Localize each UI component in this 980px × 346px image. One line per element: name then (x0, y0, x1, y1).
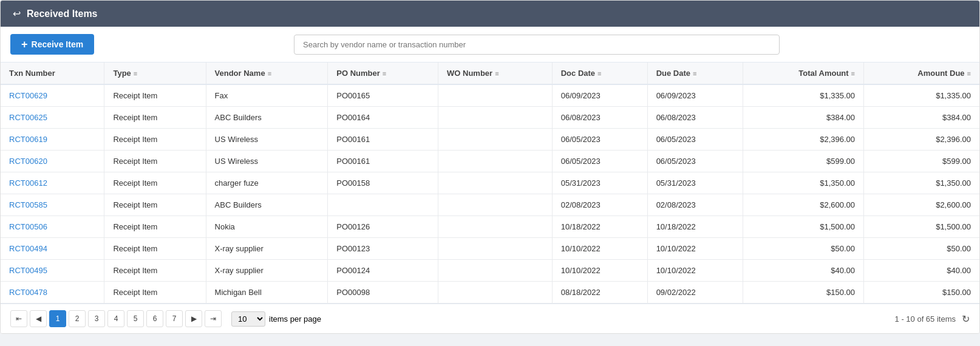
received-items-table: Txn Number Type ≡ Vendor Name ≡ (1, 63, 979, 304)
doc-date-filter-icon[interactable]: ≡ (597, 70, 601, 77)
vendor-name-cell: X-ray supplier (206, 260, 328, 282)
type-cell: Receipt Item (104, 194, 206, 216)
due-date-cell: 06/05/2023 (647, 129, 743, 151)
total-amount-cell: $40.00 (743, 260, 863, 282)
vendor-name-cell: Michigan Bell (206, 282, 328, 304)
refresh-icon[interactable]: ↻ (962, 313, 970, 325)
due-date-filter-icon[interactable]: ≡ (693, 70, 696, 77)
receive-item-button[interactable]: + Receive Item (10, 34, 94, 55)
txn-number-cell: RCT00495 (1, 260, 104, 282)
page-btn-4[interactable]: 4 (107, 310, 124, 327)
per-page-wrapper: 10 20 50 100 items per page (231, 311, 321, 327)
vendor-name-cell: US Wireless (206, 129, 328, 151)
txn-number-link[interactable]: RCT00506 (9, 222, 47, 231)
table-row: RCT00625Receipt ItemABC BuildersPO001640… (1, 107, 979, 129)
page-btn-1[interactable]: 1 (49, 310, 66, 327)
per-page-select[interactable]: 10 20 50 100 (231, 311, 265, 327)
vendor-name-cell: charger fuze (206, 172, 328, 194)
col-txn-number-label: Txn Number (9, 69, 55, 78)
total-amount-filter-icon[interactable]: ≡ (851, 70, 855, 77)
po-number-cell: PO00098 (328, 282, 438, 304)
page-btn-6[interactable]: 6 (146, 310, 163, 327)
txn-number-link[interactable]: RCT00585 (9, 200, 47, 209)
table-row: RCT00612Receipt Itemcharger fuzePO001580… (1, 172, 979, 194)
total-amount-cell: $150.00 (743, 282, 863, 304)
col-wo-number: WO Number ≡ (438, 63, 553, 84)
col-doc-date: Doc Date ≡ (552, 63, 647, 84)
back-icon[interactable]: ↩ (13, 8, 21, 19)
type-cell: Receipt Item (104, 282, 206, 304)
total-amount-cell: $599.00 (743, 151, 863, 172)
pagination-left: ⇤ ◀ 1 2 3 4 5 6 7 ▶ ⇥ 10 20 50 100 items… (10, 310, 321, 327)
txn-number-cell: RCT00620 (1, 151, 104, 172)
type-filter-icon[interactable]: ≡ (134, 70, 137, 77)
vendor-name-cell: Nokia (206, 216, 328, 238)
po-number-cell: PO00161 (328, 151, 438, 172)
amount-due-cell: $2,396.00 (864, 129, 979, 151)
page-btn-5[interactable]: 5 (127, 310, 144, 327)
page-wrapper: ↩ Received Items + Receive Item Txn Numb… (0, 0, 980, 334)
txn-number-cell: RCT00625 (1, 107, 104, 129)
po-number-cell: PO00165 (328, 84, 438, 107)
col-wo-number-label: WO Number (447, 69, 492, 78)
vendor-name-cell: US Wireless (206, 151, 328, 172)
first-page-button[interactable]: ⇤ (10, 310, 27, 327)
receive-item-label: Receive Item (32, 39, 84, 49)
wo-number-cell (438, 172, 553, 194)
wo-number-cell (438, 282, 553, 304)
total-amount-cell: $1,335.00 (743, 84, 863, 107)
wo-number-cell (438, 238, 553, 260)
doc-date-cell: 10/10/2022 (552, 238, 647, 260)
txn-number-link[interactable]: RCT00620 (9, 157, 47, 166)
amount-due-cell: $1,350.00 (864, 172, 979, 194)
page-title: Received Items (27, 8, 98, 19)
po-number-cell: PO00161 (328, 129, 438, 151)
txn-number-link[interactable]: RCT00495 (9, 266, 47, 275)
next-page-button[interactable]: ▶ (185, 310, 202, 327)
vendor-filter-icon[interactable]: ≡ (268, 70, 271, 77)
txn-number-link[interactable]: RCT00625 (9, 113, 47, 122)
po-number-cell (328, 194, 438, 216)
total-amount-cell: $2,600.00 (743, 194, 863, 216)
doc-date-cell: 06/08/2023 (552, 107, 647, 129)
wo-filter-icon[interactable]: ≡ (495, 70, 499, 77)
total-amount-cell: $1,350.00 (743, 172, 863, 194)
vendor-name-cell: ABC Builders (206, 107, 328, 129)
doc-date-cell: 05/31/2023 (552, 172, 647, 194)
col-amount-due-label: Amount Due (917, 69, 964, 78)
last-page-button[interactable]: ⇥ (205, 310, 222, 327)
table-body: RCT00629Receipt ItemFaxPO0016506/09/2023… (1, 84, 979, 304)
doc-date-cell: 06/09/2023 (552, 84, 647, 107)
amount-due-cell: $599.00 (864, 151, 979, 172)
po-number-cell: PO00123 (328, 238, 438, 260)
due-date-cell: 10/10/2022 (647, 238, 743, 260)
doc-date-cell: 02/08/2023 (552, 194, 647, 216)
type-cell: Receipt Item (104, 151, 206, 172)
po-filter-icon[interactable]: ≡ (383, 70, 386, 77)
txn-number-link[interactable]: RCT00629 (9, 91, 47, 100)
wo-number-cell (438, 260, 553, 282)
due-date-cell: 09/02/2022 (647, 282, 743, 304)
txn-number-link[interactable]: RCT00494 (9, 244, 47, 253)
txn-number-cell: RCT00612 (1, 172, 104, 194)
type-cell: Receipt Item (104, 129, 206, 151)
page-btn-7[interactable]: 7 (166, 310, 183, 327)
txn-number-link[interactable]: RCT00478 (9, 288, 47, 297)
vendor-name-cell: Fax (206, 84, 328, 107)
type-cell: Receipt Item (104, 84, 206, 107)
due-date-cell: 10/18/2022 (647, 216, 743, 238)
pagination-bar: ⇤ ◀ 1 2 3 4 5 6 7 ▶ ⇥ 10 20 50 100 items… (1, 304, 979, 333)
col-due-date-label: Due Date (656, 69, 690, 78)
page-btn-2[interactable]: 2 (69, 310, 86, 327)
doc-date-cell: 06/05/2023 (552, 151, 647, 172)
txn-number-link[interactable]: RCT00612 (9, 178, 47, 188)
wo-number-cell (438, 129, 553, 151)
txn-number-link[interactable]: RCT00619 (9, 135, 47, 144)
table-header-row: Txn Number Type ≡ Vendor Name ≡ (1, 63, 979, 84)
pagination-right: 1 - 10 of 65 items ↻ (895, 313, 970, 325)
search-input[interactable] (294, 35, 780, 55)
amount-due-filter-icon[interactable]: ≡ (967, 70, 971, 77)
prev-page-button[interactable]: ◀ (30, 310, 47, 327)
txn-number-cell: RCT00506 (1, 216, 104, 238)
page-btn-3[interactable]: 3 (88, 310, 105, 327)
